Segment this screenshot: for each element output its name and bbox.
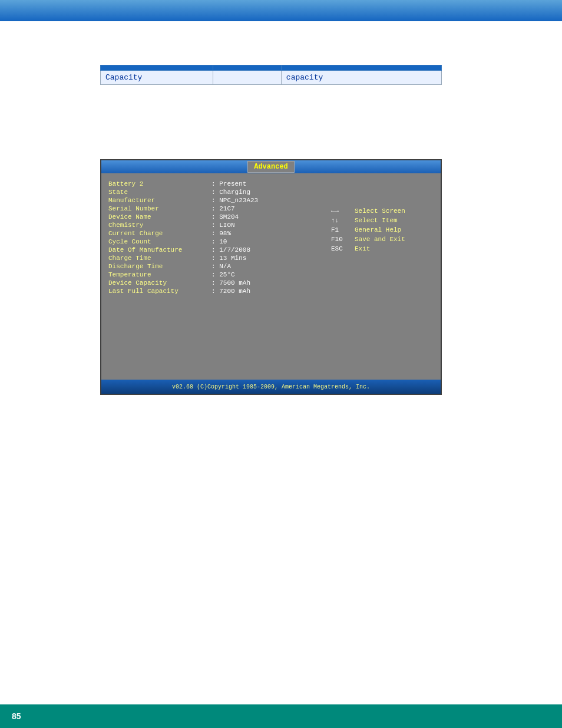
- table-header-col1: [101, 65, 213, 71]
- bios-row-value: : 13 Mins: [211, 255, 246, 262]
- table-cell-capacity-mid: [213, 71, 282, 85]
- bios-detail-row: Chemistry: LION: [108, 222, 322, 229]
- bios-content-area: Battery 2 : Present State: Charging Manu…: [101, 173, 441, 380]
- bios-key-label: ↑↓: [331, 217, 355, 224]
- bios-key-label: F1: [331, 226, 355, 233]
- bios-row-value: : NPC_n23A23: [211, 197, 258, 204]
- table-cell-capacity-value: capacity: [281, 71, 441, 85]
- bios-key-label: F10: [331, 236, 355, 243]
- bios-detail-row: Device Capacity: 7500 mAh: [108, 279, 322, 286]
- bios-row-label: Serial Number: [108, 205, 211, 212]
- table-header-col2: [213, 65, 282, 71]
- bios-row-label: State: [108, 189, 211, 196]
- bios-row-label: Date Of Manufacture: [108, 246, 211, 253]
- top-header-bar: [0, 0, 562, 21]
- bios-key-description: Select Screen: [355, 207, 405, 215]
- bios-row-value: : LION: [211, 222, 235, 229]
- bios-row-value: : 7200 mAh: [211, 288, 250, 295]
- bios-detail-row: Date Of Manufacture: 1/7/2008: [108, 246, 322, 253]
- table-cell-capacity-label: Capacity: [101, 71, 213, 85]
- bios-row-label: Device Capacity: [108, 279, 211, 286]
- bios-detail-row: Cycle Count: 10: [108, 238, 322, 245]
- bios-row-label: Device Name: [108, 213, 211, 220]
- bios-row-value: : 1/7/2008: [211, 246, 250, 253]
- bios-key-item: ESCExit: [331, 245, 434, 252]
- top-table-container: Capacity capacity: [100, 65, 442, 85]
- bios-detail-row: Last Full Capacity: 7200 mAh: [108, 288, 322, 295]
- bios-key-label: ESC: [331, 245, 355, 252]
- bios-row-value: : SM204: [211, 213, 239, 220]
- bios-row-label: Cycle Count: [108, 238, 211, 245]
- bios-key-description: General Help: [355, 226, 401, 233]
- bios-key-legend: ←→Select Screen↑↓Select ItemF1General He…: [326, 178, 438, 375]
- bios-detail-row: Temperature: 25°C: [108, 271, 322, 278]
- bios-tab-advanced[interactable]: Advanced: [247, 161, 295, 173]
- bios-row-value: : 7500 mAh: [211, 279, 250, 286]
- bios-key-description: Save and Exit: [355, 236, 405, 243]
- bios-footer-text: v02.68 (C)Copyright 1985-2009, American …: [172, 384, 370, 390]
- table-header-col3: [281, 65, 441, 71]
- bios-key-item: F10Save and Exit: [331, 236, 434, 243]
- bios-row-value: : 10: [211, 238, 227, 245]
- bios-row-label: Discharge Time: [108, 263, 211, 270]
- bios-row-label: Manufacturer: [108, 197, 211, 204]
- bios-battery2-value: : Present: [211, 180, 246, 187]
- bios-row-label: Last Full Capacity: [108, 288, 211, 295]
- page-number: 85: [12, 711, 21, 721]
- bios-row-value: : 25°C: [211, 271, 235, 278]
- bios-detail-row: State: Charging: [108, 189, 322, 196]
- bios-detail-row: Device Name: SM204: [108, 213, 322, 220]
- bios-battery-main-row: Battery 2 : Present: [108, 180, 322, 187]
- capacity-table: Capacity capacity: [100, 65, 442, 85]
- bios-detail-row: Charge Time: 13 Mins: [108, 255, 322, 262]
- bios-nav-bar: Advanced: [101, 160, 441, 173]
- bios-screen: Advanced Battery 2 : Present State: Char…: [100, 159, 442, 395]
- bios-detail-row: Serial Number: 21C7: [108, 205, 322, 212]
- bios-footer: v02.68 (C)Copyright 1985-2009, American …: [101, 380, 441, 394]
- bios-row-label: Temperature: [108, 271, 211, 278]
- bios-key-item: ←→Select Screen: [331, 207, 434, 215]
- bios-key-description: Exit: [355, 245, 370, 252]
- bios-battery2-label: Battery 2: [108, 180, 211, 187]
- bios-detail-row: Discharge Time: N/A: [108, 263, 322, 270]
- bios-row-value: : Charging: [211, 189, 250, 196]
- bios-key-item: ↑↓Select Item: [331, 217, 434, 224]
- bios-row-value: : N/A: [211, 263, 231, 270]
- bios-battery-info: Battery 2 : Present State: Charging Manu…: [104, 178, 326, 375]
- bios-row-label: Current Charge: [108, 230, 211, 237]
- bios-key-item: F1General Help: [331, 226, 434, 233]
- bios-battery-rows: State: Charging Manufacturer: NPC_n23A23…: [108, 189, 322, 295]
- bios-row-label: Charge Time: [108, 255, 211, 262]
- bios-row-value: : 21C7: [211, 205, 235, 212]
- bios-key-description: Select Item: [355, 217, 398, 224]
- bios-key-label: ←→: [331, 207, 355, 215]
- bios-detail-row: Current Charge: 98%: [108, 230, 322, 237]
- table-row: Capacity capacity: [101, 71, 442, 85]
- bios-detail-row: Manufacturer: NPC_n23A23: [108, 197, 322, 204]
- bios-row-label: Chemistry: [108, 222, 211, 229]
- bottom-footer-bar: 85: [0, 704, 562, 728]
- bios-row-value: : 98%: [211, 230, 231, 237]
